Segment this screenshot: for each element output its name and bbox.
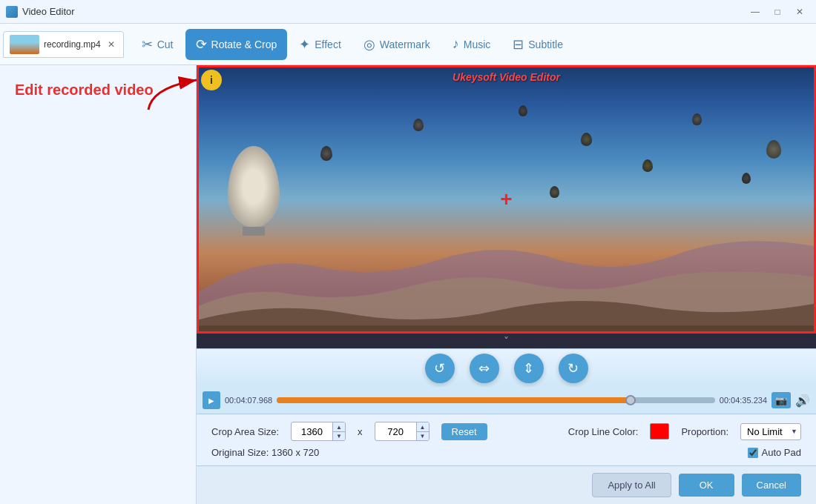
height-spinners: ▲ ▼: [416, 422, 429, 440]
proportion-label: Proportion:: [681, 426, 728, 437]
volume-icon[interactable]: 🔊: [795, 394, 810, 408]
progress-fill: [277, 397, 636, 403]
tab-cut[interactable]: ✂ Cut: [131, 29, 184, 60]
auto-pad-checkbox[interactable]: [748, 448, 758, 458]
close-button[interactable]: ✕: [789, 4, 810, 20]
watermark-icon: ◎: [363, 36, 375, 53]
controls-bar: ↺ ⇔ ⇕ ↻: [197, 348, 816, 387]
maximize-button[interactable]: □: [767, 4, 788, 20]
action-bar: Apply to All OK Cancel: [197, 465, 816, 504]
balloon-8: [766, 140, 781, 159]
ok-button[interactable]: OK: [679, 474, 734, 497]
title-bar-left: Video Editor: [6, 6, 75, 18]
effect-icon: ✦: [299, 36, 310, 53]
tab-rotate-label: Rotate & Crop: [211, 39, 277, 50]
width-up-button[interactable]: ▲: [333, 422, 345, 431]
proportion-select[interactable]: No Limit 16:9 4:3 1:1 9:16: [740, 423, 801, 440]
video-panel: i Ukeysoft Video Editor: [197, 65, 816, 504]
tab-effect-label: Effect: [315, 39, 341, 50]
balloon-3: [519, 105, 527, 116]
settings-panel: Crop Area Size: ▲ ▼ x ▲ ▼ Reset: [197, 414, 816, 465]
crop-area-size-label: Crop Area Size:: [211, 426, 279, 437]
x-separator: x: [358, 426, 363, 437]
apply-to-all-button[interactable]: Apply to All: [592, 473, 671, 497]
tab-watermark[interactable]: ◎ Watermark: [353, 29, 441, 60]
tab-bar: recording.mp4 ✕ ✂ Cut ⟳ Rotate & Crop ✦ …: [0, 24, 816, 65]
progress-thumb[interactable]: [625, 395, 636, 405]
width-input-wrap: ▲ ▼: [291, 422, 346, 441]
tab-subtitle-label: Subtitle: [528, 39, 563, 50]
brand-overlay: Ukeysoft Video Editor: [453, 71, 560, 83]
height-down-button[interactable]: ▼: [417, 431, 429, 440]
rotate-icon: ⟳: [196, 36, 207, 53]
balloon-4: [581, 133, 592, 146]
left-panel: Edit recorded video: [0, 65, 197, 504]
arrow-indicator: [145, 73, 204, 117]
cancel-button[interactable]: Cancel: [742, 474, 801, 497]
crop-line-color-label: Crop Line Color:: [568, 426, 639, 437]
rotate-right-icon: ↻: [567, 360, 579, 377]
play-button[interactable]: ▶: [203, 391, 220, 409]
play-icon: ▶: [208, 397, 214, 405]
video-area[interactable]: i Ukeysoft Video Editor: [197, 65, 816, 334]
balloon-basket: [243, 227, 265, 236]
crop-height-input[interactable]: [375, 425, 416, 439]
svg-rect-1: [197, 325, 816, 334]
crop-line-color-swatch[interactable]: [650, 423, 669, 440]
proportion-select-wrap: No Limit 16:9 4:3 1:1 9:16: [740, 423, 801, 440]
main-content: Edit recorded video i Ukeysoft Video Edi…: [0, 65, 816, 504]
video-preview: i Ukeysoft Video Editor: [197, 65, 816, 334]
flip-v-icon: ⇕: [523, 360, 534, 377]
app-title: Video Editor: [22, 6, 75, 17]
total-time-label: 00:04:35.234: [720, 396, 767, 405]
balloon-9: [550, 186, 559, 198]
title-bar: Video Editor — □ ✕: [0, 0, 816, 24]
tab-rotate-crop[interactable]: ⟳ Rotate & Crop: [185, 29, 288, 60]
tab-music[interactable]: ♪ Music: [442, 29, 501, 60]
file-thumbnail: [10, 35, 39, 54]
auto-pad-label[interactable]: Auto Pad: [748, 447, 802, 458]
tab-subtitle[interactable]: ⊟ Subtitle: [502, 29, 573, 60]
height-up-button[interactable]: ▲: [417, 422, 429, 431]
tab-music-label: Music: [464, 39, 491, 50]
flip-horizontal-button[interactable]: ⇔: [470, 354, 499, 383]
tab-effect[interactable]: ✦ Effect: [289, 29, 352, 60]
progress-bar[interactable]: [277, 397, 715, 403]
width-spinners: ▲ ▼: [332, 422, 345, 440]
tab-watermark-label: Watermark: [380, 39, 430, 50]
tab-cut-label: Cut: [157, 39, 174, 50]
auto-pad-text: Auto Pad: [762, 447, 802, 458]
original-size-row: Original Size: 1360 x 720 Auto Pad: [211, 447, 801, 458]
balloon-2: [413, 119, 424, 131]
cut-icon: ✂: [142, 36, 153, 53]
screenshot-button[interactable]: 📷: [771, 392, 791, 408]
file-tab-close-button[interactable]: ✕: [105, 39, 117, 50]
rotate-left-icon: ↺: [434, 360, 445, 377]
balloon-7: [742, 173, 751, 184]
flip-vertical-button[interactable]: ⇕: [514, 354, 544, 383]
width-down-button[interactable]: ▼: [333, 431, 345, 440]
crop-size-row: Crop Area Size: ▲ ▼ x ▲ ▼ Reset: [211, 422, 801, 441]
file-tab-name: recording.mp4: [44, 39, 101, 50]
crop-width-input[interactable]: [292, 425, 332, 439]
music-icon: ♪: [453, 36, 459, 52]
info-icon[interactable]: i: [201, 70, 222, 90]
chevron-area: ˅: [197, 334, 816, 348]
height-input-wrap: ▲ ▼: [375, 422, 430, 441]
current-time-label: 00:04:07.968: [225, 396, 272, 405]
camera-icon: 📷: [775, 395, 787, 406]
file-tab: recording.mp4 ✕: [3, 31, 124, 58]
reset-button[interactable]: Reset: [441, 423, 487, 440]
crop-cross-cursor: +: [500, 188, 512, 211]
balloon-large: [228, 146, 280, 228]
balloon-6: [692, 113, 702, 125]
subtitle-icon: ⊟: [513, 36, 524, 53]
rotate-right-button[interactable]: ↻: [559, 354, 588, 383]
balloon-5: [642, 159, 653, 172]
rotate-left-button[interactable]: ↺: [425, 354, 455, 383]
flip-h-icon: ⇔: [478, 360, 490, 377]
minimize-button[interactable]: —: [745, 4, 766, 20]
balloon-1: [320, 146, 332, 161]
chevron-down-icon: ˅: [504, 335, 509, 347]
app-icon: [6, 6, 18, 18]
